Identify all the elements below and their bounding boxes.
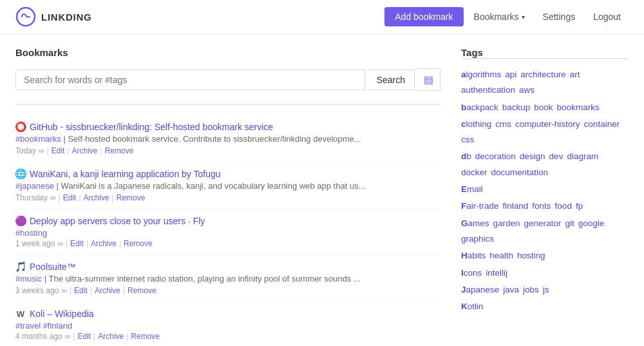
bookmark-action-edit[interactable]: Edit bbox=[70, 239, 84, 248]
tag-link[interactable]: fonts bbox=[532, 198, 551, 214]
bookmark-title-link[interactable]: Deploy app servers close to your users ·… bbox=[30, 216, 205, 226]
tag-link[interactable]: js bbox=[543, 282, 549, 298]
filter-button[interactable]: ▤ bbox=[417, 68, 440, 91]
bookmark-action-edit[interactable]: Edit bbox=[63, 193, 77, 202]
infinity-symbol: ∞ bbox=[65, 332, 71, 341]
tag-link[interactable]: garden bbox=[493, 216, 520, 231]
bookmark-meta: 1 week ago ∞ | Edit | Archive | Remove bbox=[15, 239, 440, 248]
site-icon: 🟣 bbox=[15, 216, 26, 226]
meta-separator: | bbox=[79, 193, 80, 202]
infinity-symbol: ∞ bbox=[61, 286, 67, 295]
bookmark-title-link[interactable]: Poolsuite™ bbox=[30, 262, 76, 272]
bookmark-action-remove[interactable]: Remove bbox=[131, 332, 160, 341]
tag-link[interactable]: generator bbox=[524, 216, 562, 231]
main-content: Bookmarks Search ▤ ⭕ GitHub - sissbrueck… bbox=[0, 34, 644, 346]
tag-link[interactable]: cms bbox=[495, 117, 511, 132]
bookmark-meta: 3 weeks ago ∞ | Edit | Archive | Remove bbox=[15, 286, 440, 295]
tag-link[interactable]: backpack bbox=[461, 100, 498, 115]
tag-link[interactable]: bookmarks bbox=[557, 100, 600, 115]
add-bookmark-button[interactable]: Add bookmark bbox=[384, 7, 463, 26]
tag-link[interactable]: algorithms bbox=[461, 67, 501, 82]
tag-link[interactable]: book bbox=[534, 100, 553, 115]
bookmark-action-remove[interactable]: Remove bbox=[105, 146, 134, 155]
tag-link[interactable]: Fair-trade bbox=[461, 198, 499, 214]
bookmark-action-edit[interactable]: Edit bbox=[77, 332, 91, 341]
tag-link[interactable]: dev bbox=[549, 149, 564, 164]
infinity-symbol: ∞ bbox=[39, 146, 44, 155]
bookmark-action-remove[interactable]: Remove bbox=[128, 286, 156, 295]
tag-group: algorithmsapiarchitectureartauthenticati… bbox=[461, 67, 629, 99]
chevron-down-icon: ▾ bbox=[522, 14, 525, 21]
bookmark-title-link[interactable]: Koli – Wikipedia bbox=[30, 309, 94, 319]
tags-section-title: Tags bbox=[461, 47, 483, 58]
bookmark-action-edit[interactable]: Edit bbox=[52, 146, 65, 155]
tag-link[interactable]: api bbox=[505, 67, 516, 82]
bookmark-item: 🟣 Deploy app servers close to your users… bbox=[15, 209, 440, 255]
tag-group: Fair-tradefinlandfontsfoodfp bbox=[461, 198, 629, 214]
bookmark-time: Thursday bbox=[15, 193, 48, 202]
tag-link[interactable]: clothing bbox=[461, 117, 491, 132]
bookmark-action-archive[interactable]: Archive bbox=[98, 332, 124, 341]
tag-link[interactable]: backup bbox=[502, 100, 531, 115]
tag-link[interactable]: art bbox=[570, 67, 580, 82]
bookmark-action-archive[interactable]: Archive bbox=[72, 146, 98, 155]
bookmark-desc: #japanese | WaniKani is a Japanese radic… bbox=[15, 181, 389, 191]
tag-link[interactable]: google bbox=[578, 216, 605, 231]
tag-link[interactable]: finland bbox=[503, 198, 529, 214]
tag-link[interactable]: Japanese bbox=[461, 282, 499, 298]
tag-link[interactable]: health bbox=[489, 248, 513, 264]
tag-link[interactable]: css bbox=[461, 132, 474, 148]
logout-nav-link[interactable]: Logout bbox=[585, 7, 629, 26]
tag-link[interactable]: authentication bbox=[461, 82, 515, 98]
tag-link[interactable]: hosting bbox=[517, 248, 545, 264]
tag-link[interactable]: architecture bbox=[520, 67, 566, 82]
bookmark-item: 🎵 Poolsuite™ #music | The ultra-summer i… bbox=[15, 255, 440, 302]
bookmark-action-remove[interactable]: Remove bbox=[124, 239, 153, 248]
bookmark-title-link[interactable]: WaniKani, a kanji learning application b… bbox=[30, 169, 221, 179]
tag-group: Iconsintellij bbox=[461, 265, 629, 281]
search-input[interactable] bbox=[15, 70, 365, 90]
bookmark-action-edit[interactable]: Edit bbox=[74, 286, 88, 295]
tag-link[interactable]: Games bbox=[461, 216, 489, 231]
tag-link[interactable]: aws bbox=[519, 82, 535, 98]
meta-separator: | bbox=[123, 286, 125, 295]
bookmark-title-row: W Koli – Wikipedia bbox=[15, 309, 440, 319]
tag-link[interactable]: container bbox=[584, 117, 620, 132]
tag-link[interactable]: Kotlin bbox=[461, 299, 484, 314]
meta-separator: | bbox=[100, 146, 102, 155]
bookmark-title-link[interactable]: GitHub - sissbruecker/linkding: Self-hos… bbox=[30, 122, 273, 132]
bookmark-action-archive[interactable]: Archive bbox=[95, 286, 120, 295]
tag-link[interactable]: decoration bbox=[475, 149, 516, 164]
search-button[interactable]: Search bbox=[368, 70, 415, 90]
bookmarks-header: Bookmarks bbox=[15, 47, 440, 66]
tag-link[interactable]: diagram bbox=[567, 149, 598, 164]
tag-link[interactable]: food bbox=[555, 198, 572, 214]
tag-link[interactable]: docker bbox=[461, 165, 488, 180]
bookmark-action-archive[interactable]: Archive bbox=[91, 239, 117, 248]
logo-area: LINKDING bbox=[15, 6, 92, 27]
tag-link[interactable]: jobs bbox=[523, 282, 539, 298]
tag-link[interactable]: design bbox=[520, 149, 545, 164]
tag-link[interactable]: computer-history bbox=[515, 117, 580, 132]
tag-link[interactable]: graphics bbox=[461, 231, 494, 247]
tag-link[interactable]: Email bbox=[461, 182, 483, 197]
tag-link[interactable]: documentation bbox=[491, 165, 549, 180]
tag-link[interactable]: db bbox=[461, 149, 471, 164]
header: LINKDING Add bookmark Bookmarks ▾ Settin… bbox=[0, 0, 644, 34]
tag-link[interactable]: java bbox=[503, 282, 519, 298]
bookmark-item: ⭕ GitHub - sissbruecker/linkding: Self-h… bbox=[15, 115, 440, 162]
bookmark-action-remove[interactable]: Remove bbox=[117, 193, 146, 202]
tag-link[interactable]: fp bbox=[576, 198, 583, 214]
tag-link[interactable]: git bbox=[565, 216, 574, 231]
tag-group: Email bbox=[461, 182, 629, 197]
site-icon: ⭕ bbox=[15, 122, 26, 132]
tag-link[interactable]: intellij bbox=[486, 265, 507, 281]
bookmark-action-archive[interactable]: Archive bbox=[84, 193, 109, 202]
bookmark-title-row: 🟣 Deploy app servers close to your users… bbox=[15, 216, 440, 226]
tag-link[interactable]: Icons bbox=[461, 265, 482, 281]
settings-nav-link[interactable]: Settings bbox=[535, 7, 583, 26]
tag-link[interactable]: Habits bbox=[461, 248, 486, 264]
bookmarks-nav-link[interactable]: Bookmarks ▾ bbox=[466, 7, 533, 26]
meta-separator: | bbox=[112, 193, 114, 202]
bookmark-icon: 🎵 bbox=[15, 261, 27, 273]
